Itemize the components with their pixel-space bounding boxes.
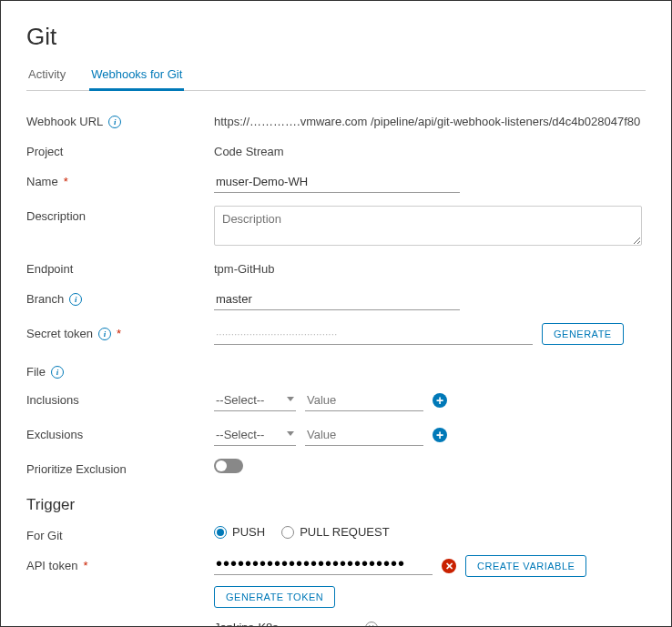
inclusions-value-input[interactable]	[305, 389, 423, 411]
branch-input[interactable]	[214, 288, 460, 310]
inclusions-select[interactable]: --Select--	[214, 389, 296, 411]
info-icon[interactable]: i	[51, 366, 64, 379]
pipeline-input[interactable]: Jenkins-K8s ✕	[214, 621, 378, 627]
label-exclusions: Exclusions	[26, 424, 214, 441]
tab-webhooks-for-git[interactable]: Webhooks for Git	[89, 62, 184, 91]
add-inclusion-icon[interactable]: +	[433, 393, 447, 408]
section-trigger: Trigger	[26, 496, 646, 514]
name-input[interactable]	[214, 171, 460, 193]
git-webhook-form: Git Activity Webhooks for Git Webhook UR…	[0, 0, 672, 627]
exclusions-select[interactable]: --Select--	[214, 424, 296, 446]
info-icon[interactable]: i	[108, 116, 121, 128]
prioritize-exclusion-toggle[interactable]	[214, 459, 243, 473]
label-prioritize-exclusion: Prioritize Exclusion	[26, 459, 214, 476]
description-textarea[interactable]	[214, 206, 642, 246]
info-icon[interactable]: i	[98, 328, 111, 340]
radio-pull-request[interactable]: PULL REQUEST	[281, 525, 390, 539]
exclusions-value-input[interactable]	[305, 424, 423, 446]
label-project: Project	[26, 141, 214, 158]
required-asterisk: *	[64, 175, 68, 188]
api-token-input[interactable]: ••••••••••••••••••••••••••	[214, 557, 433, 575]
required-asterisk: *	[117, 327, 121, 340]
info-icon[interactable]: i	[69, 293, 82, 306]
for-git-radio-group: PUSH PULL REQUEST	[214, 525, 390, 539]
generate-token-button[interactable]: GENERATE TOKEN	[214, 586, 335, 608]
label-pipeline: Pipeline *	[26, 621, 214, 627]
clear-icon[interactable]: ✕	[365, 622, 378, 628]
radio-icon	[281, 526, 294, 539]
label-description: Description	[26, 206, 214, 223]
label-branch: Branch i	[26, 288, 214, 306]
required-asterisk: *	[83, 559, 87, 572]
secret-token-input[interactable]: ········································	[214, 324, 533, 345]
error-icon: ✕	[442, 559, 456, 573]
tab-activity[interactable]: Activity	[26, 62, 67, 90]
value-webhook-url: https://………….vmware.com /pipeline/api/gi…	[214, 111, 640, 128]
label-webhook-url: Webhook URL i	[26, 111, 214, 128]
label-for-git: For Git	[26, 525, 214, 542]
radio-icon	[214, 526, 227, 539]
label-name: Name *	[26, 171, 214, 188]
label-inclusions: Inclusions	[26, 389, 214, 407]
create-variable-button[interactable]: CREATE VARIABLE	[465, 555, 586, 577]
label-endpoint: Endpoint	[26, 258, 214, 276]
generate-button[interactable]: GENERATE	[542, 323, 624, 345]
label-secret-token: Secret token i *	[26, 323, 214, 340]
value-project: Code Stream	[214, 141, 284, 158]
label-file: File i	[26, 365, 646, 379]
value-endpoint: tpm-GitHub	[214, 258, 274, 276]
radio-push[interactable]: PUSH	[214, 525, 265, 539]
add-exclusion-icon[interactable]: +	[433, 428, 447, 442]
tab-bar: Activity Webhooks for Git	[26, 62, 646, 91]
page-title: Git	[26, 23, 646, 51]
label-api-token: API token *	[26, 555, 214, 572]
